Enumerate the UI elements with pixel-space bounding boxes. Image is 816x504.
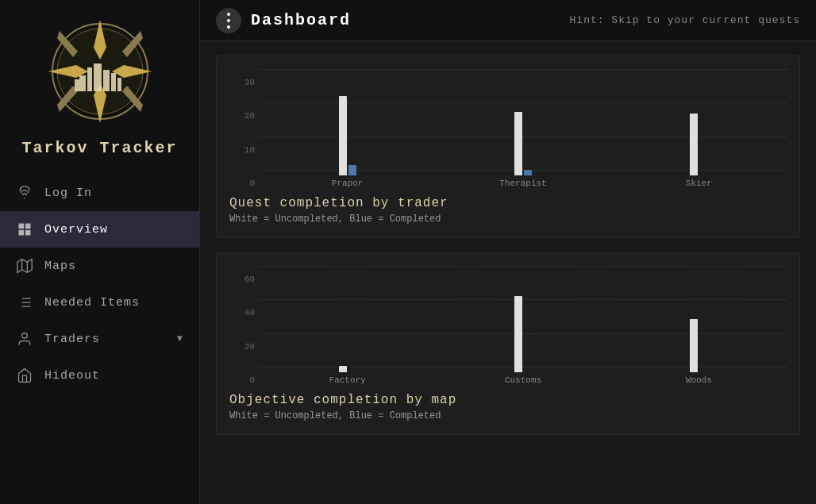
sidebar-item-overview[interactable]: Overview	[0, 211, 199, 248]
menu-dot-2	[227, 19, 230, 22]
overview-label: Overview	[44, 223, 183, 237]
map-chart-legend: White = Uncompleted, Blue = Completed	[229, 410, 787, 421]
page-title: Dashboard	[251, 11, 560, 29]
prapor-white-bar	[339, 96, 347, 176]
skier-label: Skier	[686, 179, 712, 188]
therapist-label: Therapist	[499, 179, 546, 188]
therapist-blue-bar	[524, 170, 532, 175]
map-y-axis: 60 40 20 0	[229, 275, 260, 385]
y-label-60: 60	[244, 275, 255, 284]
bar-group-skier: Skier	[611, 69, 787, 188]
grid-icon	[16, 221, 33, 238]
y-label-40: 40	[244, 309, 255, 317]
trader-chart-section: 30 20 10 0	[216, 56, 800, 238]
trader-chart-area: 30 20 10 0	[229, 69, 787, 188]
woods-label: Woods	[686, 375, 712, 385]
sidebar-item-needed-items[interactable]: Needed Items	[0, 284, 199, 321]
logo: N S	[44, 16, 156, 127]
factory-bars	[339, 266, 356, 372]
map-bar-groups: Factory Customs	[260, 266, 787, 385]
svg-rect-12	[79, 75, 86, 91]
bar-group-factory: Factory	[260, 266, 435, 385]
sidebar-item-traders[interactable]: Traders ▼	[0, 321, 199, 357]
bar-group-woods: Woods	[611, 266, 787, 385]
svg-rect-14	[94, 63, 102, 91]
svg-rect-17	[75, 79, 79, 91]
main-content: Dashboard Hint: Skip to your current que…	[200, 0, 816, 504]
therapist-bars	[514, 69, 532, 175]
trader-chart-legend: White = Uncompleted, Blue = Completed	[229, 214, 787, 225]
content-area: 30 20 10 0	[200, 41, 816, 449]
traders-arrow: ▼	[177, 333, 183, 344]
svg-rect-22	[25, 230, 31, 236]
needed-items-label: Needed Items	[44, 296, 183, 310]
map-chart-section: 60 40 20 0	[216, 252, 800, 435]
svg-rect-13	[87, 67, 92, 91]
svg-rect-15	[103, 70, 110, 91]
svg-text:N: N	[97, 32, 103, 41]
svg-rect-18	[117, 78, 121, 91]
customs-label: Customs	[505, 375, 541, 385]
svg-marker-23	[17, 260, 32, 273]
prapor-blue-bar	[348, 165, 356, 175]
sidebar-item-hideout[interactable]: Hideout	[0, 357, 199, 394]
bar-group-customs: Customs	[435, 266, 610, 385]
factory-white-bar	[339, 366, 347, 372]
menu-button[interactable]	[216, 8, 241, 33]
y-label-20: 20	[244, 343, 255, 352]
sidebar-item-login[interactable]: Log In	[0, 175, 199, 211]
map-icon	[16, 257, 33, 275]
customs-white-bar	[514, 296, 522, 372]
map-chart-area: 60 40 20 0	[229, 266, 787, 385]
bar-group-prapor: Prapor	[260, 69, 435, 188]
topbar: Dashboard Hint: Skip to your current que…	[200, 0, 816, 41]
y-label-0: 0	[249, 179, 255, 188]
trader-chart-title: Quest completion by trader	[229, 196, 787, 210]
nav-menu: Log In Overview	[0, 175, 199, 394]
svg-rect-19	[19, 224, 25, 229]
map-bars-area: Factory Customs	[260, 266, 787, 385]
prapor-label: Prapor	[332, 179, 364, 188]
svg-point-32	[22, 333, 28, 339]
traders-label: Traders	[44, 333, 166, 346]
y-label-20: 20	[244, 112, 255, 121]
svg-text:S: S	[97, 107, 102, 117]
customs-bars	[514, 266, 532, 372]
prapor-bars	[339, 69, 356, 175]
list-icon	[16, 294, 33, 311]
therapist-white-bar	[514, 112, 522, 175]
hint-text: Hint: Skip to your current quests	[570, 14, 800, 26]
svg-rect-21	[19, 230, 25, 236]
trader-y-axis: 30 20 10 0	[229, 79, 260, 188]
skier-white-bar	[690, 113, 698, 175]
trader-bar-groups: Prapor Therapist	[260, 69, 787, 188]
menu-dot-1	[227, 13, 230, 16]
home-icon	[16, 367, 33, 384]
bar-group-therapist: Therapist	[435, 69, 610, 188]
y-label-0m: 0	[249, 376, 255, 385]
app-title: Tarkov Tracker	[21, 139, 177, 157]
svg-rect-20	[25, 224, 31, 229]
trader-bars-area: Prapor Therapist	[260, 69, 787, 188]
sidebar: N S Tarkov Tracker	[0, 0, 200, 504]
login-label: Log In	[44, 187, 183, 200]
menu-dot-3	[227, 25, 230, 29]
svg-rect-16	[111, 73, 116, 91]
y-label-30: 30	[244, 79, 255, 87]
y-label-10: 10	[244, 146, 255, 155]
map-chart-title: Objective completion by map	[229, 393, 787, 407]
hideout-label: Hideout	[44, 369, 183, 383]
sidebar-item-maps[interactable]: Maps	[0, 248, 199, 284]
skier-bars	[690, 69, 707, 175]
maps-label: Maps	[44, 260, 183, 273]
woods-white-bar	[690, 319, 698, 372]
factory-label: Factory	[329, 375, 366, 385]
fingerprint-icon	[16, 184, 33, 202]
person-icon	[16, 330, 33, 348]
woods-bars	[690, 266, 707, 372]
